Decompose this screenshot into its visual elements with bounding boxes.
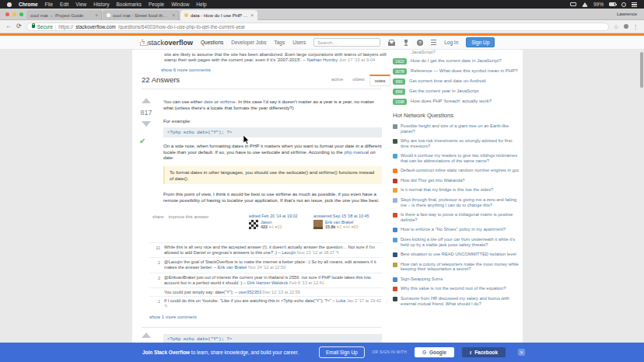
tab-close-icon[interactable]: × xyxy=(172,12,175,18)
stackexchange-icon[interactable] xyxy=(431,40,436,45)
inbox-icon[interactable] xyxy=(388,40,395,46)
hot-question[interactable]: Why are low risk investments so strongly… xyxy=(393,138,520,149)
zoom-window-button[interactable] xyxy=(19,12,23,16)
comment-author-link[interactable]: Dirk Hartzer Waldeck xyxy=(247,280,289,285)
nav-questions[interactable]: Questions xyxy=(201,40,223,45)
sort-tab-oldest[interactable]: oldest xyxy=(348,75,369,86)
so-logo[interactable]: stackoverflow xyxy=(140,39,193,47)
back-icon[interactable]: ← xyxy=(5,23,12,30)
scrollbar-thumb[interactable] xyxy=(640,52,643,88)
hot-question[interactable]: Default-construct inline static random n… xyxy=(393,168,520,173)
strftime-link[interactable]: strftime xyxy=(220,99,236,104)
comment-author-link[interactable]: user352353 xyxy=(238,290,261,294)
hot-question[interactable]: How did Thor get into Wakanda? xyxy=(393,178,520,183)
hot-question[interactable]: Someone from HR discussed my salary and … xyxy=(393,296,520,307)
menu-item-chrome[interactable]: Chrome xyxy=(19,2,38,7)
secure-label[interactable]: Secure xyxy=(37,24,53,30)
comment-score[interactable]: 2 xyxy=(149,276,160,281)
hot-question[interactable]: Sign-Swapping Sums xyxy=(393,277,520,282)
clock-icon[interactable] xyxy=(621,2,626,7)
show-more-comments-link[interactable]: show 6 more comments xyxy=(161,68,211,72)
sort-tab-votes[interactable]: votes xyxy=(369,75,391,86)
login-link[interactable]: Log In xyxy=(444,40,458,45)
tab-project-guide[interactable]: cool mat → Project Guide × xyxy=(26,10,102,20)
menu-item-history[interactable]: History xyxy=(93,2,109,7)
close-window-button[interactable] xyxy=(5,12,9,16)
battery-icon[interactable] xyxy=(609,2,616,6)
notification-center-icon[interactable] xyxy=(632,2,637,7)
upvote-button[interactable] xyxy=(142,332,151,338)
apple-logo-icon[interactable] xyxy=(7,2,12,7)
tab-current-stackoverflow[interactable]: data - How do I use PHP to g × xyxy=(180,10,257,20)
browser-menu-icon[interactable]: ⋮ xyxy=(633,23,639,30)
comment-author-link[interactable]: Nathan Hornby xyxy=(306,57,338,62)
sort-tab-active[interactable]: active xyxy=(327,75,348,86)
google-signin-button[interactable]: GGoogle xyxy=(415,347,454,357)
bookmark-star-icon[interactable]: ☆ xyxy=(614,23,619,30)
extension-icon[interactable] xyxy=(624,24,628,29)
improve-answer-link[interactable]: improve this answer xyxy=(169,214,209,219)
hot-question[interactable]: How can a colony of teleporters make the… xyxy=(393,262,520,273)
comment-author-link[interactable]: Erik van Brakel xyxy=(218,265,247,270)
display-icon[interactable] xyxy=(570,2,576,6)
date-link[interactable]: date xyxy=(204,99,213,104)
hot-question[interactable]: Why this value is not the second root of… xyxy=(393,286,520,291)
answers-count-title: 22 Answers xyxy=(142,75,180,84)
php-manual-link[interactable]: php manual xyxy=(344,149,369,155)
nav-tags[interactable]: Tags xyxy=(274,40,285,45)
tab-close-icon[interactable]: × xyxy=(250,12,254,18)
tab-close-icon[interactable]: × xyxy=(95,12,98,18)
comment-author-link[interactable]: Laoujin xyxy=(282,250,296,255)
upvote-button[interactable] xyxy=(142,98,151,103)
comment-score[interactable]: 1 xyxy=(149,299,160,305)
show-one-more-comment-link[interactable]: show 1 more comment xyxy=(149,315,197,319)
avatar[interactable] xyxy=(313,220,323,229)
comment-score[interactable]: 11 xyxy=(149,245,160,251)
achievements-trophy-icon[interactable] xyxy=(403,40,409,46)
related-question[interactable]: 1598 How does PHP 'foreach' actually wor… xyxy=(393,99,520,105)
hot-question[interactable]: Is it normal that my bridge is this low … xyxy=(393,187,520,193)
related-question[interactable]: 1922 How do I get the current date in Ja… xyxy=(393,58,520,64)
comment-score[interactable]: 2 xyxy=(149,260,160,266)
hot-question[interactable]: Slept through final, professor is giving… xyxy=(393,197,520,208)
menu-item-file[interactable]: File xyxy=(45,2,53,7)
address-bar: ← ⟳ Secure | https://stackoverflow.com/q… xyxy=(0,20,644,33)
url-input[interactable]: Secure | https://stackoverflow.com/quest… xyxy=(26,23,609,31)
close-footer-icon[interactable]: × xyxy=(518,349,525,356)
signup-button[interactable]: Sign Up xyxy=(466,37,495,47)
menu-item-people[interactable]: People xyxy=(149,2,164,7)
menu-item-bookmarks[interactable]: Bookmarks xyxy=(116,2,142,7)
hot-question[interactable]: Is there a fast way to prove a tridiagon… xyxy=(393,212,520,223)
hot-question[interactable]: Would it confuse my readers to give two … xyxy=(393,153,520,164)
chrome-profile-name[interactable]: Lawrence xyxy=(617,12,637,16)
hot-question[interactable]: Possible height and size of a giant tree… xyxy=(393,124,520,134)
hot-question[interactable]: How to enforce a "No Shoes" policy in my… xyxy=(393,227,520,232)
related-question[interactable]: 898 Get the current year in JavaScript xyxy=(393,89,520,95)
reload-icon[interactable]: ⟳ xyxy=(16,23,22,30)
hot-question[interactable]: Does kicking a tire off your car from un… xyxy=(393,237,520,248)
wifi-icon[interactable] xyxy=(582,2,588,7)
tab-street-food[interactable]: cool mat - Street food that s × xyxy=(103,10,179,20)
menu-item-view[interactable]: View xyxy=(75,2,86,7)
menu-item-edit[interactable]: Edit xyxy=(60,2,68,7)
minimize-window-button[interactable] xyxy=(12,12,16,16)
menu-item-window[interactable]: Window xyxy=(171,2,189,7)
downvote-button[interactable] xyxy=(142,121,151,127)
related-question-partial[interactable]: JavaScript? xyxy=(411,50,520,54)
edited-link[interactable]: edited Feb 20 '14 at 19:02 xyxy=(249,214,311,218)
share-link[interactable]: share xyxy=(152,214,164,219)
avatar[interactable] xyxy=(249,220,258,229)
menu-item-help[interactable]: Help xyxy=(196,2,206,7)
search-input[interactable] xyxy=(313,38,380,47)
reputation: 422 xyxy=(261,225,268,229)
nav-developer-jobs[interactable]: Developer Jobs xyxy=(231,40,266,45)
related-question[interactable]: 990 Get current time and date on Android xyxy=(393,78,520,85)
comment-author-link[interactable]: Luka xyxy=(336,298,345,303)
silver-badges: ●44 xyxy=(343,225,350,229)
help-icon[interactable]: ? xyxy=(417,40,423,46)
email-signup-button[interactable]: Email Sign Up xyxy=(319,346,365,358)
hot-question[interactable]: Best situation to use READ UNCOMMITTED i… xyxy=(393,252,520,257)
related-question[interactable]: 3078 Reference — What does this symbol m… xyxy=(393,68,520,75)
facebook-signin-button[interactable]: fFacebook xyxy=(462,347,506,357)
nav-users[interactable]: Users xyxy=(292,40,306,45)
